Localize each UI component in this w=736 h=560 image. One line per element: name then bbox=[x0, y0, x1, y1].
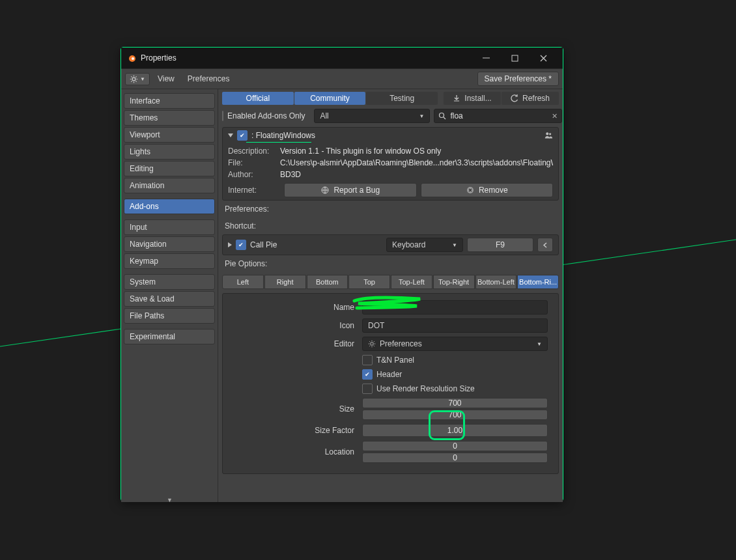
pie-tab-bottom-ri-[interactable]: Bottom-Ri... bbox=[517, 275, 559, 289]
size-factor-field[interactable]: 1.00 bbox=[362, 424, 548, 437]
svg-rect-3 bbox=[512, 55, 518, 61]
use-render-resolution-checkbox[interactable] bbox=[362, 384, 373, 394]
search-icon bbox=[438, 112, 446, 120]
name-label: Name bbox=[233, 303, 358, 312]
report-bug-label: Report a Bug bbox=[333, 186, 380, 195]
input-type-dropdown[interactable]: Keyboard ▼ bbox=[386, 238, 463, 252]
search-input[interactable] bbox=[449, 111, 549, 121]
sidebar-item-animation[interactable]: Animation bbox=[124, 178, 215, 193]
pie-tab-right[interactable]: Right bbox=[264, 275, 306, 289]
size-x-field[interactable]: 700 bbox=[362, 398, 548, 408]
header-label: Header bbox=[376, 370, 402, 379]
location-y-field[interactable]: 0 bbox=[362, 453, 548, 463]
preferences-menu[interactable]: Preferences bbox=[182, 73, 235, 85]
category-sidebar: ▼ InterfaceThemesViewportLightsEditingAn… bbox=[121, 89, 218, 502]
content-area: Official Community Testing Install... Re… bbox=[218, 89, 563, 502]
refresh-button[interactable]: Refresh bbox=[502, 92, 559, 105]
report-bug-button[interactable]: Report a Bug bbox=[284, 183, 417, 197]
internet-label: Internet: bbox=[228, 186, 280, 195]
file-value: C:\Users\p-alsmir\AppData\Roaming\Blende… bbox=[280, 158, 553, 167]
menubar: ▼ View Preferences Save Preferences * bbox=[121, 69, 563, 89]
icon-label: Icon bbox=[233, 321, 358, 330]
install-label: Install... bbox=[464, 94, 491, 103]
shortcut-row: Call Pie Keyboard ▼ F9 bbox=[222, 234, 559, 255]
back-arrow-icon bbox=[542, 242, 549, 249]
location-x-field[interactable]: 0 bbox=[362, 441, 548, 451]
editor-dropdown[interactable]: Preferences ▼ bbox=[362, 337, 548, 351]
sidebar-item-experimental[interactable]: Experimental bbox=[124, 329, 215, 344]
tab-official[interactable]: Official bbox=[222, 92, 294, 105]
sidebar-item-editing[interactable]: Editing bbox=[124, 161, 215, 176]
sidebar-item-add-ons[interactable]: Add-ons bbox=[124, 199, 215, 214]
save-preferences-button[interactable]: Save Preferences * bbox=[477, 72, 559, 86]
scroll-indicator-icon: ▼ bbox=[167, 497, 173, 503]
tab-community[interactable]: Community bbox=[294, 92, 366, 105]
enabled-addons-only-checkbox[interactable] bbox=[222, 111, 223, 121]
sidebar-item-system[interactable]: System bbox=[124, 274, 215, 290]
sidebar-item-input[interactable]: Input bbox=[124, 219, 215, 235]
sidebar-item-themes[interactable]: Themes bbox=[124, 110, 215, 126]
remove-icon bbox=[466, 186, 475, 195]
icon-value: DOT bbox=[368, 321, 384, 330]
pie-tab-bottom[interactable]: Bottom bbox=[307, 275, 348, 289]
minimize-button[interactable] bbox=[472, 49, 500, 67]
close-button[interactable] bbox=[529, 49, 558, 67]
editor-label: Editor bbox=[233, 339, 358, 348]
shortcut-enable-checkbox[interactable] bbox=[236, 240, 246, 250]
author-value: BD3D bbox=[280, 170, 553, 179]
pie-tab-left[interactable]: Left bbox=[222, 275, 264, 289]
view-menu[interactable]: View bbox=[152, 73, 180, 85]
tab-testing[interactable]: Testing bbox=[366, 92, 438, 105]
author-label: Author: bbox=[228, 170, 280, 179]
editor-value: Preferences bbox=[380, 339, 422, 348]
install-button[interactable]: Install... bbox=[444, 92, 501, 105]
tn-panel-checkbox[interactable] bbox=[362, 355, 373, 365]
pie-tab-top[interactable]: Top bbox=[348, 275, 390, 289]
category-value: All bbox=[320, 111, 328, 120]
settings-menu-button[interactable]: ▼ bbox=[125, 73, 150, 85]
input-type-value: Keyboard bbox=[392, 240, 425, 249]
chevron-down-icon: ▼ bbox=[452, 242, 457, 248]
gear-icon bbox=[130, 75, 138, 83]
desc-value: Version 1.1 - This plugin is for window … bbox=[280, 147, 553, 156]
size-factor-label: Size Factor bbox=[233, 426, 358, 435]
addon-underline bbox=[246, 142, 311, 143]
blender-logo-icon bbox=[126, 53, 137, 63]
pie-position-tabs: LeftRightBottomTopTop-LeftTop-RightBotto… bbox=[222, 275, 559, 289]
addon-enable-checkbox[interactable] bbox=[237, 130, 248, 141]
chevron-down-icon: ▼ bbox=[537, 341, 542, 347]
sidebar-item-save-load[interactable]: Save & Load bbox=[124, 291, 215, 307]
pie-tab-top-left[interactable]: Top-Left bbox=[391, 275, 432, 289]
remove-button[interactable]: Remove bbox=[421, 183, 554, 197]
community-icon bbox=[544, 131, 553, 140]
category-dropdown[interactable]: All ▼ bbox=[314, 109, 430, 123]
sidebar-item-viewport[interactable]: Viewport bbox=[124, 127, 215, 143]
use-render-resolution-label: Use Render Resolution Size bbox=[376, 384, 475, 393]
preferences-label: Preferences: bbox=[222, 201, 559, 217]
chevron-down-icon: ▼ bbox=[419, 113, 425, 119]
sidebar-item-lights[interactable]: Lights bbox=[124, 144, 215, 160]
clear-search-icon[interactable]: ✕ bbox=[552, 112, 558, 120]
header-checkbox[interactable] bbox=[362, 369, 373, 380]
disclosure-triangle-icon[interactable] bbox=[228, 133, 233, 137]
sidebar-item-file-paths[interactable]: File Paths bbox=[124, 308, 215, 324]
icon-field[interactable]: DOT bbox=[362, 318, 548, 333]
search-field[interactable]: ✕ bbox=[434, 109, 562, 123]
disclosure-triangle-icon[interactable] bbox=[228, 242, 232, 247]
tn-panel-label: T&N Panel bbox=[376, 356, 414, 365]
shortcut-label: Shortcut: bbox=[222, 217, 559, 234]
location-label: Location bbox=[233, 447, 358, 456]
sidebar-item-keymap[interactable]: Keymap bbox=[124, 253, 215, 269]
name-field[interactable] bbox=[362, 300, 548, 315]
size-y-field[interactable]: 700 bbox=[362, 410, 548, 420]
sidebar-item-navigation[interactable]: Navigation bbox=[124, 236, 215, 252]
enabled-addons-only-label: Enabled Add-ons Only bbox=[227, 111, 305, 120]
sidebar-item-interface[interactable]: Interface bbox=[124, 93, 215, 109]
key-binding-field[interactable]: F9 bbox=[467, 238, 533, 252]
globe-icon bbox=[320, 186, 330, 195]
pie-tab-top-right[interactable]: Top-Right bbox=[433, 275, 475, 289]
svg-point-6 bbox=[546, 132, 548, 135]
pie-tab-bottom-left[interactable]: Bottom-Left bbox=[475, 275, 517, 289]
maximize-button[interactable] bbox=[500, 49, 529, 67]
back-button[interactable] bbox=[537, 238, 553, 252]
